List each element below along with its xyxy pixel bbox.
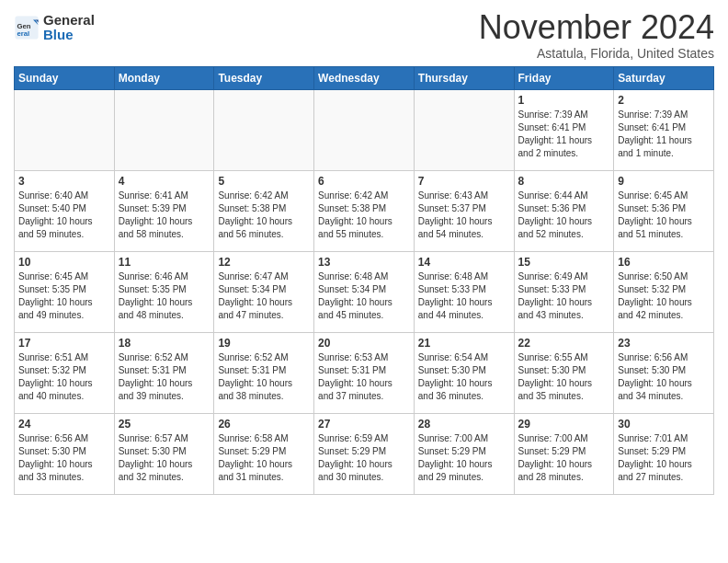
- calendar-cell: 24Sunrise: 6:56 AM Sunset: 5:30 PM Dayli…: [15, 413, 115, 494]
- day-info: Sunrise: 6:59 AM Sunset: 5:29 PM Dayligh…: [318, 432, 410, 484]
- calendar-cell: 23Sunrise: 6:56 AM Sunset: 5:30 PM Dayli…: [614, 332, 714, 413]
- calendar-cell: 17Sunrise: 6:51 AM Sunset: 5:32 PM Dayli…: [15, 332, 115, 413]
- calendar-cell: 5Sunrise: 6:42 AM Sunset: 5:38 PM Daylig…: [214, 170, 314, 251]
- day-info: Sunrise: 6:48 AM Sunset: 5:34 PM Dayligh…: [318, 270, 410, 322]
- calendar-cell: 10Sunrise: 6:45 AM Sunset: 5:35 PM Dayli…: [15, 251, 115, 332]
- day-info: Sunrise: 6:47 AM Sunset: 5:34 PM Dayligh…: [218, 270, 310, 322]
- col-saturday: Saturday: [614, 66, 714, 89]
- calendar-week-3: 17Sunrise: 6:51 AM Sunset: 5:32 PM Dayli…: [15, 332, 714, 413]
- calendar-cell: [314, 89, 415, 170]
- calendar-cell: 20Sunrise: 6:53 AM Sunset: 5:31 PM Dayli…: [314, 332, 415, 413]
- day-number: 8: [518, 175, 610, 188]
- calendar-cell: 13Sunrise: 6:48 AM Sunset: 5:34 PM Dayli…: [314, 251, 415, 332]
- day-info: Sunrise: 7:39 AM Sunset: 6:41 PM Dayligh…: [518, 109, 610, 160]
- logo-general: General: [43, 12, 95, 28]
- day-info: Sunrise: 6:52 AM Sunset: 5:31 PM Dayligh…: [119, 351, 210, 403]
- calendar-cell: 30Sunrise: 7:01 AM Sunset: 5:29 PM Dayli…: [614, 413, 714, 494]
- day-number: 24: [18, 418, 110, 431]
- calendar-cell: 9Sunrise: 6:45 AM Sunset: 5:36 PM Daylig…: [614, 170, 714, 251]
- day-info: Sunrise: 6:41 AM Sunset: 5:39 PM Dayligh…: [119, 190, 210, 241]
- col-monday: Monday: [114, 66, 214, 89]
- day-number: 25: [119, 418, 210, 431]
- calendar-cell: [15, 89, 115, 170]
- logo-icon: Gen eral: [14, 15, 40, 40]
- day-info: Sunrise: 6:56 AM Sunset: 5:30 PM Dayligh…: [618, 351, 710, 403]
- day-number: 5: [218, 175, 310, 188]
- calendar-cell: 28Sunrise: 7:00 AM Sunset: 5:29 PM Dayli…: [414, 413, 514, 494]
- day-number: 12: [218, 256, 310, 269]
- day-info: Sunrise: 6:48 AM Sunset: 5:33 PM Dayligh…: [418, 270, 510, 322]
- day-info: Sunrise: 6:44 AM Sunset: 5:36 PM Dayligh…: [518, 190, 610, 241]
- col-sunday: Sunday: [15, 66, 115, 89]
- logo: Gen eral General Blue: [14, 13, 95, 42]
- calendar-cell: 21Sunrise: 6:54 AM Sunset: 5:30 PM Dayli…: [414, 332, 514, 413]
- calendar-cell: 4Sunrise: 6:41 AM Sunset: 5:39 PM Daylig…: [114, 170, 214, 251]
- calendar-week-4: 24Sunrise: 6:56 AM Sunset: 5:30 PM Dayli…: [15, 413, 714, 494]
- day-info: Sunrise: 6:43 AM Sunset: 5:37 PM Dayligh…: [418, 190, 510, 241]
- calendar-cell: [214, 89, 314, 170]
- day-number: 19: [218, 337, 310, 350]
- calendar-cell: 29Sunrise: 7:00 AM Sunset: 5:29 PM Dayli…: [514, 413, 614, 494]
- calendar-week-0: 1Sunrise: 7:39 AM Sunset: 6:41 PM Daylig…: [15, 89, 714, 170]
- logo-text: General Blue: [43, 13, 95, 42]
- calendar-cell: 14Sunrise: 6:48 AM Sunset: 5:33 PM Dayli…: [414, 251, 514, 332]
- day-number: 20: [318, 337, 410, 350]
- col-tuesday: Tuesday: [214, 66, 314, 89]
- col-friday: Friday: [514, 66, 614, 89]
- calendar-cell: 8Sunrise: 6:44 AM Sunset: 5:36 PM Daylig…: [514, 170, 614, 251]
- day-number: 21: [418, 337, 510, 350]
- day-info: Sunrise: 6:50 AM Sunset: 5:32 PM Dayligh…: [618, 270, 710, 322]
- day-info: Sunrise: 6:52 AM Sunset: 5:31 PM Dayligh…: [218, 351, 310, 403]
- day-number: 2: [618, 94, 710, 107]
- day-number: 28: [418, 418, 510, 431]
- day-number: 7: [418, 175, 510, 188]
- calendar-cell: 3Sunrise: 6:40 AM Sunset: 5:40 PM Daylig…: [15, 170, 115, 251]
- calendar-header-row: Sunday Monday Tuesday Wednesday Thursday…: [15, 66, 714, 89]
- day-info: Sunrise: 6:40 AM Sunset: 5:40 PM Dayligh…: [18, 190, 110, 241]
- calendar-week-2: 10Sunrise: 6:45 AM Sunset: 5:35 PM Dayli…: [15, 251, 714, 332]
- day-number: 16: [618, 256, 710, 269]
- day-info: Sunrise: 6:56 AM Sunset: 5:30 PM Dayligh…: [18, 432, 110, 484]
- day-number: 27: [318, 418, 410, 431]
- calendar-cell: 7Sunrise: 6:43 AM Sunset: 5:37 PM Daylig…: [414, 170, 514, 251]
- day-number: 14: [418, 256, 510, 269]
- day-info: Sunrise: 6:45 AM Sunset: 5:36 PM Dayligh…: [618, 190, 710, 241]
- page-header: Gen eral General Blue November 2024 Asta…: [14, 9, 714, 61]
- calendar-cell: [114, 89, 214, 170]
- day-number: 3: [18, 175, 110, 188]
- day-info: Sunrise: 6:45 AM Sunset: 5:35 PM Dayligh…: [18, 270, 110, 322]
- day-info: Sunrise: 7:39 AM Sunset: 6:41 PM Dayligh…: [618, 109, 710, 160]
- day-info: Sunrise: 6:54 AM Sunset: 5:30 PM Dayligh…: [418, 351, 510, 403]
- day-info: Sunrise: 6:49 AM Sunset: 5:33 PM Dayligh…: [518, 270, 610, 322]
- calendar-cell: 19Sunrise: 6:52 AM Sunset: 5:31 PM Dayli…: [214, 332, 314, 413]
- calendar-cell: 16Sunrise: 6:50 AM Sunset: 5:32 PM Dayli…: [614, 251, 714, 332]
- day-number: 1: [518, 94, 610, 107]
- calendar-table: Sunday Monday Tuesday Wednesday Thursday…: [14, 66, 714, 495]
- calendar-cell: 18Sunrise: 6:52 AM Sunset: 5:31 PM Dayli…: [114, 332, 214, 413]
- title-block: November 2024 Astatula, Florida, United …: [479, 9, 714, 61]
- day-number: 6: [318, 175, 410, 188]
- day-number: 29: [518, 418, 610, 431]
- calendar-cell: 22Sunrise: 6:55 AM Sunset: 5:30 PM Dayli…: [514, 332, 614, 413]
- day-number: 4: [119, 175, 210, 188]
- day-number: 18: [119, 337, 210, 350]
- day-number: 10: [18, 256, 110, 269]
- day-info: Sunrise: 7:01 AM Sunset: 5:29 PM Dayligh…: [618, 432, 710, 484]
- calendar-cell: 12Sunrise: 6:47 AM Sunset: 5:34 PM Dayli…: [214, 251, 314, 332]
- calendar-cell: 1Sunrise: 7:39 AM Sunset: 6:41 PM Daylig…: [514, 89, 614, 170]
- calendar-cell: 6Sunrise: 6:42 AM Sunset: 5:38 PM Daylig…: [314, 170, 415, 251]
- day-info: Sunrise: 6:46 AM Sunset: 5:35 PM Dayligh…: [119, 270, 210, 322]
- day-info: Sunrise: 6:42 AM Sunset: 5:38 PM Dayligh…: [218, 190, 310, 241]
- day-number: 22: [518, 337, 610, 350]
- location: Astatula, Florida, United States: [479, 46, 714, 61]
- day-info: Sunrise: 6:42 AM Sunset: 5:38 PM Dayligh…: [318, 190, 410, 241]
- day-number: 17: [18, 337, 110, 350]
- day-number: 11: [119, 256, 210, 269]
- day-info: Sunrise: 6:53 AM Sunset: 5:31 PM Dayligh…: [318, 351, 410, 403]
- col-wednesday: Wednesday: [314, 66, 415, 89]
- calendar-cell: 11Sunrise: 6:46 AM Sunset: 5:35 PM Dayli…: [114, 251, 214, 332]
- day-number: 30: [618, 418, 710, 431]
- day-number: 23: [618, 337, 710, 350]
- day-number: 15: [518, 256, 610, 269]
- calendar-cell: 25Sunrise: 6:57 AM Sunset: 5:30 PM Dayli…: [114, 413, 214, 494]
